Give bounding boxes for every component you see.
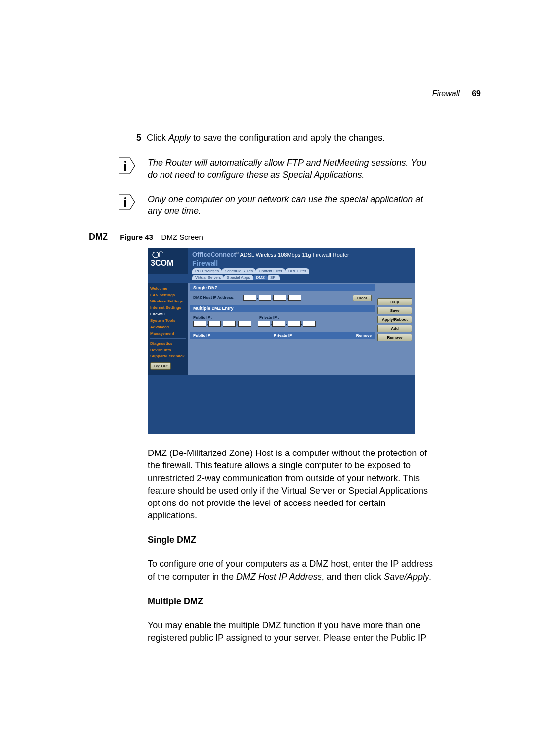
nav-firewall[interactable]: Firewall [150, 311, 186, 317]
tab-dmz[interactable]: DMZ [253, 275, 268, 280]
nav-management[interactable]: Management [150, 330, 186, 337]
tab-virtual-servers[interactable]: Virtual Servers [192, 275, 224, 280]
screen-title: Firewall [192, 259, 349, 267]
tab-pc-privileges[interactable]: PC Privileges [192, 268, 222, 274]
info-note-2: Only one computer on your network can us… [118, 193, 485, 217]
private-ip-octet-2[interactable] [272, 321, 285, 327]
help-button[interactable]: Help [377, 298, 412, 305]
public-ip-octet-1[interactable] [193, 321, 206, 327]
svg-rect-1 [124, 164, 126, 171]
nav-device-info[interactable]: Device Info [150, 347, 186, 353]
dmz-table-header: Public IP Private IP Remove [190, 332, 374, 339]
multiple-dmz-heading: Multiple DMZ [148, 596, 485, 606]
nav-diagnostics[interactable]: Diagnostics [150, 340, 186, 347]
dmz-ip-octet-2[interactable] [259, 295, 271, 301]
step-text-prefix: Click [147, 133, 168, 143]
running-head-page: 69 [472, 89, 481, 98]
private-ip-label: Private IP : [259, 315, 279, 320]
multiple-dmz-panel-title: Multiple DMZ Entry [190, 305, 374, 312]
public-ip-octet-4[interactable] [238, 321, 251, 327]
dmz-host-ip-ref: DMZ Host IP Address [236, 572, 322, 582]
tab-url-filter[interactable]: URL Filter [285, 268, 309, 274]
product-line: OfficeConnect® ADSL Wireless 108Mbps 11g… [192, 251, 349, 258]
dmz-description: DMZ (De-Militarized Zone) Host is a comp… [148, 447, 435, 522]
tab-schedule-rules[interactable]: Schedule Rules [222, 268, 256, 274]
tab-spi[interactable]: SPI [268, 275, 280, 280]
nav-welcome[interactable]: Welcome [150, 285, 186, 292]
tab-special-apps[interactable]: Special Apps [224, 275, 253, 280]
dmz-ip-octet-1[interactable] [243, 295, 256, 301]
running-head-section: Firewall [432, 89, 460, 98]
remove-button[interactable]: Remove [377, 334, 412, 341]
tab-content-filter[interactable]: Content Filter [256, 268, 285, 274]
figure-caption: DMZ Screen [161, 233, 203, 241]
tab-row-2: Virtual ServersSpecial AppsDMZSPI [192, 274, 349, 280]
figure-caption-row: DMZ Figure 43 DMZ Screen [50, 232, 485, 242]
dmz-host-ip-label: DMZ Host IP Address: [193, 295, 235, 300]
info-icon [118, 193, 138, 213]
apply-reboot-button[interactable]: Apply/Reboot [377, 316, 412, 323]
multiple-dmz-paragraph: You may enable the multiple DMZ function… [148, 619, 435, 644]
figure-label: Figure 43 [120, 233, 153, 241]
col-public-ip: Public IP [193, 333, 210, 338]
step-text-suffix: to save the configuration and apply the … [191, 133, 385, 143]
apply-button-ref: Apply [168, 133, 191, 143]
svg-point-0 [124, 161, 126, 163]
nav-sidebar: Welcome LAN Settings Wireless Settings I… [148, 283, 188, 375]
step-number: 5 [136, 133, 141, 143]
info-note-1-text: The Router will automatically allow FTP … [148, 157, 430, 181]
brand-officeconnect: OfficeConnect [192, 251, 236, 258]
logo-text: 3COM [151, 259, 173, 267]
svg-rect-3 [124, 200, 126, 207]
nav-internet-settings[interactable]: Internet Settings [150, 304, 186, 311]
side-heading-dmz: DMZ [50, 232, 118, 242]
running-head: Firewall 69 [50, 89, 485, 98]
save-button[interactable]: Save [377, 307, 412, 314]
logo-3com: 3COM [148, 248, 188, 274]
multiple-dmz-row: Public IP : Private IP : [193, 315, 372, 320]
svg-point-2 [124, 197, 126, 199]
public-ip-octet-3[interactable] [223, 321, 236, 327]
clear-button[interactable]: Clear [353, 295, 372, 301]
dmz-host-ip-row: DMZ Host IP Address: ... Clear [193, 295, 372, 301]
nav-support-feedback[interactable]: Support/Feedback [150, 353, 186, 359]
public-ip-octet-2[interactable] [208, 321, 221, 327]
dmz-ip-octet-4[interactable] [288, 295, 301, 301]
nav-advanced[interactable]: Advanced [150, 324, 186, 330]
add-button[interactable]: Add [377, 325, 412, 332]
single-dmz-heading: Single DMZ [148, 535, 485, 545]
logout-button[interactable]: Log Out [150, 362, 171, 370]
tab-row-1: PC PrivilegesSchedule RulesContent Filte… [192, 267, 349, 274]
private-ip-octet-1[interactable] [258, 321, 270, 327]
nav-lan-settings[interactable]: LAN Settings [150, 292, 186, 298]
save-apply-ref: Save/Apply [384, 572, 429, 582]
dmz-ip-octet-3[interactable] [273, 295, 286, 301]
public-ip-label: Public IP : [193, 315, 213, 320]
col-private-ip: Private IP [274, 333, 292, 338]
col-remove: Remove [356, 333, 372, 338]
nav-wireless-settings[interactable]: Wireless Settings [150, 298, 186, 304]
info-note-2-text: Only one computer on your network can us… [148, 193, 430, 217]
single-dmz-paragraph: To configure one of your computers as a … [148, 558, 435, 583]
private-ip-octet-4[interactable] [303, 321, 316, 327]
private-ip-octet-3[interactable] [288, 321, 301, 327]
dmz-screenshot: 3COM OfficeConnect® ADSL Wireless 108Mbp… [148, 248, 415, 434]
info-note-1: The Router will automatically allow FTP … [118, 157, 485, 181]
single-dmz-panel-title: Single DMZ [190, 284, 374, 291]
info-icon [118, 157, 138, 177]
nav-system-tools[interactable]: System Tools [150, 317, 186, 324]
product-name: ADSL Wireless 108Mbps 11g Firewall Route… [240, 252, 349, 258]
step-5: 5 Click Apply to save the configuration … [136, 133, 485, 143]
